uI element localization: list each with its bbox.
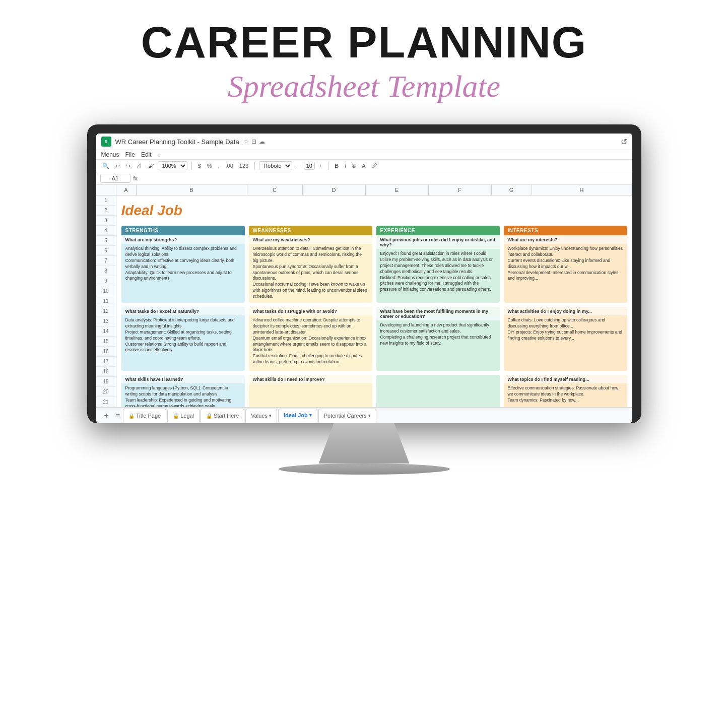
interests-content-3[interactable]: Effective communication strategies: Pass… [504,383,627,407]
interests-section-2: What activities do I enjoy doing in my..… [504,307,627,371]
tab-dropdown-potential-careers[interactable]: ▾ [368,413,371,418]
row-num-12: 12 [96,306,116,316]
menu-bar: Menus File Edit ↓ [96,150,632,160]
monitor-base [279,464,450,475]
toolbar-highlight[interactable]: 🖊 [370,162,379,170]
column-headers: A B C D E F G H [96,185,632,195]
interests-content-1[interactable]: Workplace dynamics: Enjoy understanding … [504,244,627,289]
experience-content-1[interactable]: Enjoyed: I found great satisfaction in r… [376,249,500,296]
interests-q3: What topics do I find myself reading... [504,375,627,383]
toolbar-zoom[interactable]: 100% [158,161,187,170]
col-header-d: D [303,185,366,195]
experience-section-1: EXPERIENCE What previous jobs or roles d… [376,226,500,303]
experience-content-2[interactable]: Developing and launching a new product t… [376,320,500,371]
toolbar-font[interactable]: Roboto [259,161,292,170]
toolbar-search[interactable]: 🔍 [100,162,111,170]
interests-content-2[interactable]: Coffee chats: Love catching up with coll… [504,315,627,366]
doc-title: WR Career Planning Toolkit - Sample Data [115,138,239,146]
tab-label-ideal-job: Ideal Job [284,412,308,418]
menu-item-menus[interactable]: Menus [101,151,119,158]
toolbar-italic[interactable]: I [343,162,348,170]
row-num-14: 14 [96,326,116,337]
strengths-content-2[interactable]: Data analysis: Proficient in interpretin… [121,315,245,366]
experience-q2: What have been the most fulfilling momen… [376,307,500,320]
toolbar-font-color[interactable]: A [360,162,367,170]
swot-row-2: What tasks do I excel at naturally? Data… [121,307,627,371]
tab-start-here[interactable]: 🔒 Start Here [201,409,244,423]
menu-item-file[interactable]: File [125,151,135,158]
toolbar-comma[interactable]: , [216,162,221,170]
tab-dropdown-ideal-job[interactable]: ▾ [309,413,312,418]
tab-label-values: Values [251,413,268,419]
weaknesses-content-3[interactable] [249,383,372,407]
row-num-8: 8 [96,266,116,276]
toolbar-print[interactable]: 🖨 [135,162,144,170]
weaknesses-content-2[interactable]: Advanced coffee machine operation: Despi… [249,315,372,368]
toolbar-decimal[interactable]: .00 [223,162,235,170]
folder-icon[interactable]: ⊡ [251,138,256,145]
interests-q1: What are my interests? [504,235,627,244]
tab-label-potential-careers: Potential Careers [324,413,367,419]
strengths-content-3[interactable]: Programming languages (Python, SQL): Com… [121,383,245,407]
cloud-icon[interactable]: ☁ [259,138,265,145]
col-header-h: H [532,185,632,195]
toolbar-redo[interactable]: ↪ [124,162,133,170]
toolbar-bold[interactable]: B [333,162,341,170]
tab-label-legal: Legal [180,413,194,419]
weaknesses-section-1: WEAKNESSES What are my weaknesses? Overz… [249,226,372,303]
row-numbers: 1 2 3 4 5 6 7 8 9 10 11 12 13 [96,195,116,407]
tab-lock-icon-legal: 🔒 [173,413,179,419]
col-header-g: G [492,185,532,195]
strengths-section-2: What tasks do I excel at naturally? Data… [121,307,245,371]
weaknesses-q2: What tasks do I struggle with or avoid? [249,307,372,315]
main-spreadsheet-content: Ideal Job STRENGTHS What are my strength… [116,195,632,407]
sheets-menu-icon[interactable]: ≡ [113,410,123,422]
toolbar-undo[interactable]: ↩ [113,162,122,170]
monitor-frame: S WR Career Planning Toolkit - Sample Da… [87,124,641,423]
row-num-11: 11 [96,296,116,306]
row-num-2: 2 [96,206,116,216]
experience-section-2: What have been the most fulfilling momen… [376,307,500,371]
weaknesses-section-2: What tasks do I struggle with or avoid? … [249,307,372,371]
toolbar-strikethrough[interactable]: S̶ [350,162,358,170]
col-header-a: A [116,185,137,195]
row-num-15: 15 [96,337,116,347]
history-icon[interactable]: ↺ [621,137,627,147]
tab-dropdown-values[interactable]: ▾ [269,413,272,418]
experience-header: EXPERIENCE [376,226,500,235]
menu-item-more[interactable]: ↓ [158,151,161,158]
interests-header: INTERESTS [504,226,627,235]
row-num-header [96,185,116,195]
toolbar-123[interactable]: 123 [237,162,250,170]
star-icon[interactable]: ☆ [243,138,249,145]
menu-item-edit[interactable]: Edit [141,151,152,158]
tab-legal[interactable]: 🔒 Legal [167,409,200,423]
tab-values[interactable]: Values ▾ [245,409,277,423]
swot-row-3: What skills have I learned? Programming … [121,375,627,407]
toolbar-font-size-minus[interactable]: − [294,162,301,170]
experience-section-3 [376,375,500,407]
toolbar-format-paint[interactable]: 🖌 [146,162,156,170]
add-sheet-button[interactable]: + [100,409,113,422]
row-num-10: 10 [96,286,116,296]
row-num-21: 21 [96,397,116,407]
toolbar-sep-2 [254,162,255,170]
strengths-header: STRENGTHS [121,226,245,235]
tab-potential-careers[interactable]: Potential Careers ▾ [318,409,376,423]
formula-input[interactable] [141,175,628,181]
col-header-c: C [247,185,303,195]
row-num-13: 13 [96,316,116,326]
toolbar-font-size-plus[interactable]: + [317,162,324,170]
swot-row-1: STRENGTHS What are my strengths? Analyti… [121,226,627,303]
toolbar-percent[interactable]: % [205,162,214,170]
tab-title-page[interactable]: 🔒 Title Page [123,409,166,423]
row-num-7: 7 [96,256,116,266]
tab-lock-icon-title: 🔒 [128,413,135,419]
tab-ideal-job[interactable]: Ideal Job ▾ [278,409,317,423]
toolbar-font-size: 10 [304,162,315,170]
ideal-job-heading: Ideal Job [121,203,627,219]
toolbar-dollar[interactable]: $ [196,162,203,170]
cell-reference-input[interactable] [100,174,130,183]
strengths-content-1[interactable]: Analytical thinking: Ability to dissect … [121,244,245,289]
weaknesses-content-1[interactable]: Overzealous attention to detail: Sometim… [249,244,372,303]
